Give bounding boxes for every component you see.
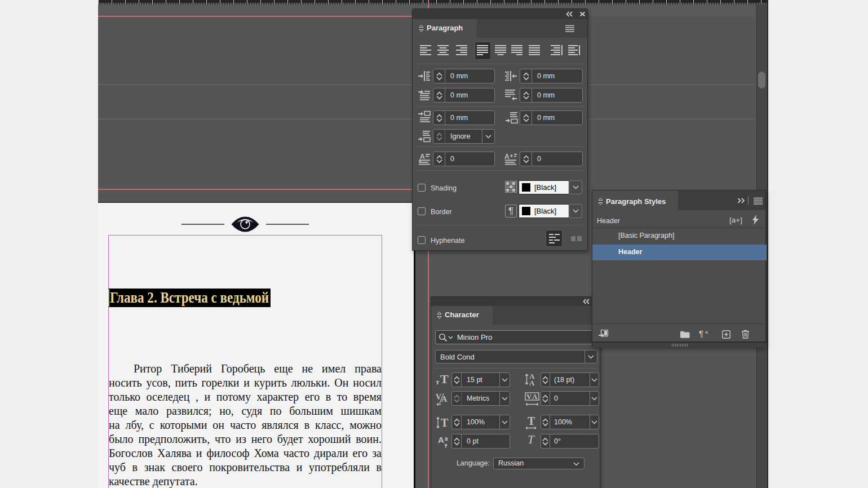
svg-text:A: A [504, 153, 510, 161]
svg-text:A: A [420, 153, 425, 161]
svg-text:V: V [526, 392, 532, 401]
svg-text:A: A [529, 379, 535, 387]
svg-text:T: T [441, 416, 449, 429]
svg-text:A: A [532, 392, 538, 401]
svg-text:A: A [438, 435, 444, 445]
svg-text:a: a [445, 436, 448, 442]
svg-text:T: T [528, 416, 535, 427]
svg-text:V: V [436, 393, 441, 401]
